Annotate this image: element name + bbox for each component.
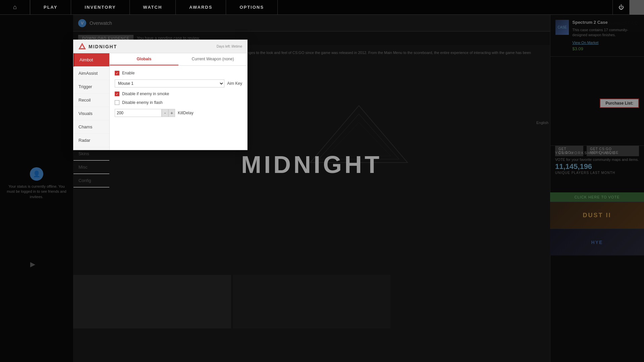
nav-item-aimassist[interactable]: AimAssist bbox=[73, 67, 109, 80]
enable-label: Enable bbox=[122, 71, 135, 75]
nav-watch[interactable]: WATCH bbox=[130, 0, 176, 14]
kill-delay-label: KillDelay bbox=[178, 111, 194, 115]
nav-right-section: ⏻ bbox=[612, 0, 644, 14]
nav-awards[interactable]: AWARDS bbox=[176, 0, 226, 14]
cheat-days-label: Days left: lifetime bbox=[217, 45, 242, 48]
nav-options[interactable]: OPTIONS bbox=[226, 0, 278, 14]
disable-flash-label: Disable enemy in flash bbox=[122, 100, 163, 105]
nav-home[interactable]: ⌂ bbox=[0, 0, 30, 14]
cheat-logo-icon bbox=[78, 43, 86, 50]
kill-delay-stepper: - + bbox=[162, 109, 175, 117]
kill-delay-minus-button[interactable]: - bbox=[162, 109, 168, 117]
disable-flash-row: Disable enemy in flash bbox=[115, 100, 242, 105]
disable-flash-checkbox[interactable] bbox=[115, 100, 119, 105]
nav-item-recoil[interactable]: Recoil bbox=[73, 94, 109, 107]
tab-current-weapon[interactable]: Current Weapon (none) bbox=[178, 53, 247, 65]
enable-checkbox[interactable] bbox=[115, 71, 119, 75]
nav-inventory[interactable]: INVENTORY bbox=[71, 0, 129, 14]
aim-key-select[interactable]: Mouse 1 Mouse 2 Mouse 3 Shift Alt bbox=[115, 79, 224, 87]
cheat-content-panel: Globals Current Weapon (none) Enable Mou… bbox=[110, 53, 247, 150]
kill-delay-plus-button[interactable]: + bbox=[168, 109, 175, 117]
disable-smoke-checkbox[interactable] bbox=[115, 92, 119, 96]
aim-key-row: Mouse 1 Mouse 2 Mouse 3 Shift Alt Aim Ke… bbox=[115, 79, 242, 87]
cheat-nav: Aimbot AimAssist Trigger Recoil Visuals … bbox=[73, 53, 110, 150]
cheat-logo: MIDNIGHT bbox=[78, 43, 117, 50]
nav-item-skins[interactable]: Skins bbox=[73, 147, 109, 161]
kill-delay-row: - + KillDelay bbox=[115, 109, 242, 117]
cheat-panel-content: Enable Mouse 1 Mouse 2 Mouse 3 Shift Alt… bbox=[110, 66, 247, 150]
nav-item-aimbot[interactable]: Aimbot bbox=[73, 53, 109, 67]
nav-item-trigger[interactable]: Trigger bbox=[73, 80, 109, 94]
nav-item-config[interactable]: Config bbox=[73, 174, 109, 187]
nav-play[interactable]: PLAY bbox=[30, 0, 71, 14]
nav-item-chams[interactable]: Chams bbox=[73, 120, 109, 134]
power-button[interactable]: ⏻ bbox=[612, 0, 629, 14]
disable-smoke-label: Disable if enemy in smoke bbox=[122, 92, 169, 96]
tab-globals[interactable]: Globals bbox=[110, 53, 178, 65]
cheat-header: MIDNIGHT Days left: lifetime bbox=[73, 40, 247, 53]
nav-bar: ⌂ PLAY INVENTORY WATCH AWARDS OPTIONS ⏻ bbox=[0, 0, 644, 15]
enable-row: Enable bbox=[115, 71, 242, 75]
nav-item-misc[interactable]: Misc bbox=[73, 161, 109, 174]
cheat-body: Aimbot AimAssist Trigger Recoil Visuals … bbox=[73, 53, 247, 150]
disable-smoke-row: Disable if enemy in smoke bbox=[115, 92, 242, 96]
cheat-tabs: Globals Current Weapon (none) bbox=[110, 53, 247, 66]
home-icon: ⌂ bbox=[13, 4, 17, 11]
user-avatar[interactable] bbox=[629, 0, 644, 15]
nav-item-radar[interactable]: Radar bbox=[73, 134, 109, 147]
aim-key-label: Aim Key bbox=[227, 81, 242, 86]
cheat-window-title: MIDNIGHT bbox=[89, 44, 117, 49]
nav-item-visuals[interactable]: Visuals bbox=[73, 107, 109, 120]
kill-delay-input[interactable] bbox=[115, 109, 162, 117]
cheat-window: MIDNIGHT Days left: lifetime Aimbot AimA… bbox=[73, 40, 248, 150]
